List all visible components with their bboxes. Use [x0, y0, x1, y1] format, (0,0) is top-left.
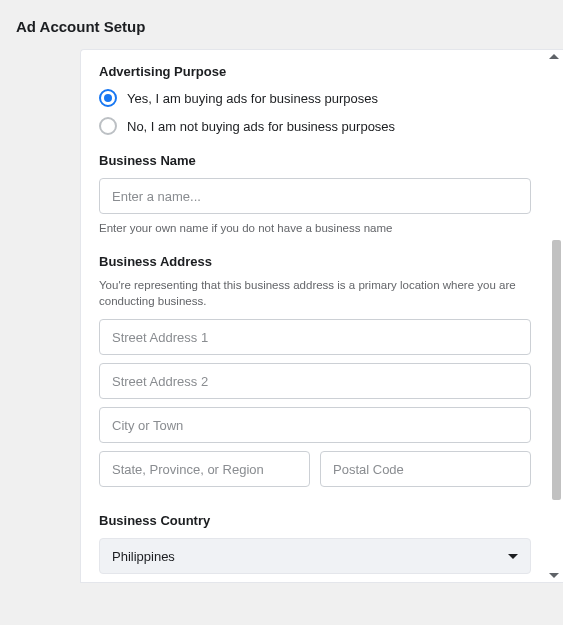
state-input[interactable] [99, 451, 310, 487]
postal-code-input[interactable] [320, 451, 531, 487]
purpose-option-no-text: No, I am not buying ads for business pur… [127, 119, 395, 134]
purpose-option-yes[interactable]: Yes, I am buying ads for business purpos… [99, 89, 531, 107]
business-name-helper: Enter your own name if you do not have a… [99, 220, 531, 236]
business-country-select[interactable]: Philippines [99, 538, 531, 574]
street-address-2-input[interactable] [99, 363, 531, 399]
advertising-purpose-label: Advertising Purpose [99, 64, 531, 79]
scroll-up-icon[interactable] [549, 54, 559, 59]
business-address-label: Business Address [99, 254, 531, 269]
business-address-helper: You're representing that this business a… [99, 277, 531, 309]
radio-unselected-icon [99, 117, 117, 135]
scroll-down-icon[interactable] [549, 573, 559, 578]
business-name-label: Business Name [99, 153, 531, 168]
purpose-option-yes-text: Yes, I am buying ads for business purpos… [127, 91, 378, 106]
setup-card: Advertising Purpose Yes, I am buying ads… [80, 49, 563, 583]
page-title: Ad Account Setup [0, 0, 563, 49]
business-country-label: Business Country [99, 513, 531, 528]
radio-selected-icon [99, 89, 117, 107]
city-input[interactable] [99, 407, 531, 443]
scrollbar-thumb[interactable] [552, 240, 561, 500]
street-address-1-input[interactable] [99, 319, 531, 355]
business-name-input[interactable] [99, 178, 531, 214]
business-country-value: Philippines [112, 549, 175, 564]
chevron-down-icon [508, 554, 518, 559]
purpose-option-no[interactable]: No, I am not buying ads for business pur… [99, 117, 531, 135]
